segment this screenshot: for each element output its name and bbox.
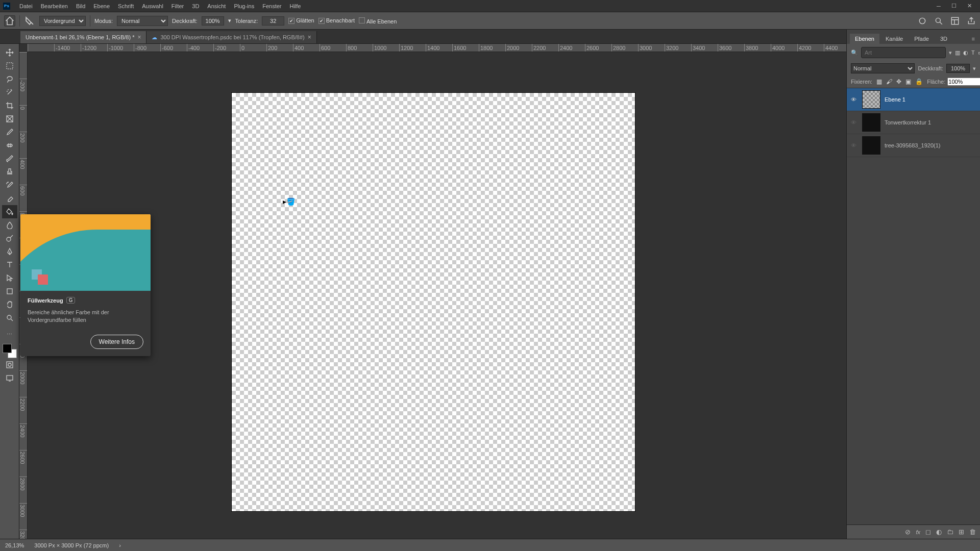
- layer-row[interactable]: 👁 Ebene 1: [847, 88, 980, 111]
- document-tab[interactable]: Unbenannt-1 bei 26,1% (Ebene 1, RGB/8) *…: [20, 31, 146, 43]
- layer-blend-select[interactable]: Normal: [851, 63, 915, 73]
- link-layers-icon[interactable]: ⊘: [905, 528, 911, 536]
- tolerance-input[interactable]: [262, 16, 284, 26]
- menu-schrift[interactable]: Schrift: [114, 3, 138, 9]
- menu-hilfe[interactable]: Hilfe: [285, 3, 305, 9]
- contiguous-checkbox[interactable]: ✔Benachbart: [318, 17, 355, 24]
- zoom-level[interactable]: 26,13%: [5, 542, 24, 548]
- lock-all-icon[interactable]: 🔒: [915, 78, 923, 85]
- layer-opacity-input[interactable]: [946, 64, 970, 73]
- layer-filter-input[interactable]: [861, 47, 946, 58]
- lock-position-icon[interactable]: ✥: [896, 78, 901, 85]
- doc-info-chevron-icon[interactable]: ›: [119, 542, 121, 548]
- foreground-color[interactable]: [3, 344, 12, 353]
- screen-mode-toggle[interactable]: [2, 371, 17, 385]
- eraser-tool[interactable]: [2, 192, 17, 205]
- lock-artboard-icon[interactable]: ▣: [905, 78, 911, 85]
- new-layer-icon[interactable]: ⊞: [959, 528, 964, 536]
- panel-tab-pfade[interactable]: Pfade: [909, 34, 934, 44]
- layer-style-icon[interactable]: fx: [916, 528, 920, 536]
- filter-type-icon[interactable]: T: [971, 48, 975, 57]
- layer-thumbnail[interactable]: [862, 113, 880, 132]
- magic-wand-tool[interactable]: [2, 86, 17, 99]
- hand-tool[interactable]: [2, 298, 17, 311]
- lasso-tool[interactable]: [2, 72, 17, 86]
- filter-shape-icon[interactable]: ▭: [978, 48, 980, 57]
- layer-mask-icon[interactable]: ◻: [925, 528, 931, 536]
- close-window-button[interactable]: ✕: [962, 1, 977, 11]
- close-tab-icon[interactable]: ×: [137, 34, 141, 41]
- canvas[interactable]: [232, 93, 635, 511]
- blend-mode-select[interactable]: Normal: [117, 16, 168, 26]
- zoom-tool[interactable]: [2, 311, 17, 324]
- type-tool[interactable]: [2, 258, 17, 271]
- maximize-button[interactable]: ☐: [946, 1, 962, 11]
- fill-source-select[interactable]: Vordergrund: [39, 16, 86, 26]
- menu-datei[interactable]: Datei: [15, 3, 37, 9]
- layer-row[interactable]: 👁 Tonwertkorrektur 1: [847, 111, 980, 134]
- layer-name[interactable]: Tonwertkorrektur 1: [885, 119, 931, 126]
- search-icon[interactable]: [934, 16, 943, 26]
- menu-3d[interactable]: 3D: [188, 3, 203, 9]
- menu-plugins[interactable]: Plug-ins: [230, 3, 258, 9]
- menu-bearbeiten[interactable]: Bearbeiten: [37, 3, 72, 9]
- layer-group-icon[interactable]: 🗀: [947, 528, 953, 536]
- layer-thumbnail[interactable]: [862, 90, 880, 109]
- antialias-checkbox[interactable]: ✔Glätten: [288, 17, 314, 24]
- move-tool[interactable]: [2, 46, 17, 59]
- edit-toolbar[interactable]: ⋯: [2, 328, 17, 341]
- healing-brush-tool[interactable]: [2, 139, 17, 152]
- lock-pixels-icon[interactable]: 🖌: [886, 78, 892, 85]
- close-tab-icon[interactable]: ×: [308, 34, 311, 41]
- blur-tool[interactable]: [2, 218, 17, 232]
- menu-fenster[interactable]: Fenster: [258, 3, 285, 9]
- delete-layer-icon[interactable]: 🗑: [969, 528, 976, 536]
- panel-tab-ebenen[interactable]: Ebenen: [850, 34, 879, 44]
- panel-menu-icon[interactable]: ≡: [970, 34, 977, 44]
- shape-tool[interactable]: [2, 285, 17, 298]
- stamp-tool[interactable]: [2, 165, 17, 179]
- frame-tool[interactable]: [2, 112, 17, 126]
- path-selection-tool[interactable]: [2, 271, 17, 285]
- menu-auswahl[interactable]: Auswahl: [138, 3, 167, 9]
- opacity-dropdown-icon[interactable]: ▾: [228, 17, 231, 24]
- layer-row[interactable]: 👁 tree-3095683_1920(1): [847, 134, 980, 157]
- menu-ansicht[interactable]: Ansicht: [203, 3, 230, 9]
- menu-bild[interactable]: Bild: [72, 3, 89, 9]
- brush-tool[interactable]: [2, 152, 17, 165]
- tool-preset-picker[interactable]: [24, 15, 35, 27]
- panel-tab-3d[interactable]: 3D: [935, 34, 952, 44]
- crop-tool[interactable]: [2, 99, 17, 112]
- visibility-icon[interactable]: 👁: [851, 142, 858, 148]
- color-swatches[interactable]: [3, 344, 17, 358]
- workspace-switcher-icon[interactable]: [950, 16, 960, 26]
- tool-hint-more-button[interactable]: Weitere Infos: [90, 335, 143, 349]
- pen-tool[interactable]: [2, 245, 17, 258]
- all-layers-checkbox[interactable]: Alle Ebenen: [359, 17, 397, 24]
- cloud-docs-icon[interactable]: [918, 16, 927, 26]
- paint-bucket-tool[interactable]: [2, 205, 17, 218]
- layer-name[interactable]: Ebene 1: [885, 96, 905, 103]
- adjustment-layer-icon[interactable]: ◐: [936, 528, 942, 536]
- menu-filter[interactable]: Filter: [167, 3, 188, 9]
- lock-transparency-icon[interactable]: ▦: [876, 78, 882, 85]
- layer-fill-input[interactable]: [947, 78, 980, 86]
- quick-mask-toggle[interactable]: [2, 358, 17, 371]
- chevron-down-icon[interactable]: ▾: [973, 65, 976, 72]
- visibility-icon[interactable]: 👁: [851, 96, 858, 103]
- filter-pixel-icon[interactable]: ▥: [955, 48, 960, 57]
- history-brush-tool[interactable]: [2, 179, 17, 192]
- home-button[interactable]: [4, 15, 15, 27]
- visibility-icon[interactable]: 👁: [851, 119, 858, 126]
- doc-info[interactable]: 3000 Px × 3000 Px (72 ppcm): [34, 542, 109, 548]
- share-icon[interactable]: [967, 16, 976, 26]
- dodge-tool[interactable]: [2, 232, 17, 245]
- layer-name[interactable]: tree-3095683_1920(1): [885, 142, 940, 148]
- eyedropper-tool[interactable]: [2, 126, 17, 139]
- document-tab[interactable]: ☁ 300 DPI Wassertropfen.psdc bei 117% (T…: [146, 31, 316, 43]
- layer-thumbnail[interactable]: [862, 136, 880, 155]
- minimize-button[interactable]: ─: [931, 1, 946, 11]
- ruler-horizontal[interactable]: -1400-1200-1000-800-600-400-200020040060…: [28, 44, 846, 52]
- marquee-tool[interactable]: [2, 59, 17, 72]
- panel-tab-kanaele[interactable]: Kanäle: [880, 34, 908, 44]
